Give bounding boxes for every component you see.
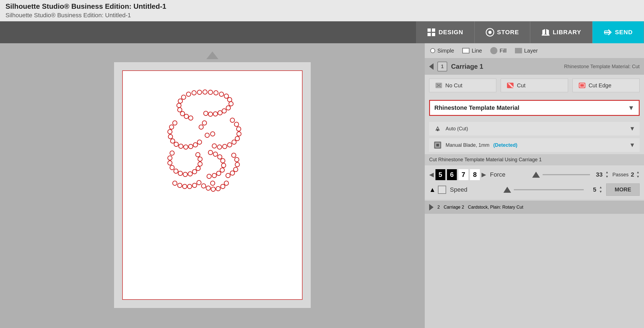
no-cut-btn[interactable]: No Cut bbox=[429, 79, 496, 92]
cut-label: Cut bbox=[517, 82, 525, 89]
auto-cut-arrow[interactable]: ▼ bbox=[629, 125, 635, 132]
blade-num-7: 7 bbox=[458, 169, 468, 180]
carriage1-material-info: Rhinestone Template Material: Cut bbox=[564, 64, 640, 70]
svg-rect-2 bbox=[428, 33, 431, 36]
passes-value: 2 bbox=[631, 171, 634, 178]
layer-tab-label: Layer bbox=[524, 48, 538, 54]
force-step-arrows[interactable]: ▲ ▼ bbox=[605, 170, 609, 179]
svg-point-80 bbox=[187, 184, 192, 189]
svg-point-15 bbox=[224, 94, 229, 98]
svg-point-48 bbox=[237, 132, 241, 136]
more-button[interactable]: MORE bbox=[606, 183, 640, 196]
carriage2-expand-arrow[interactable] bbox=[429, 204, 434, 211]
force-slider-track[interactable] bbox=[543, 174, 590, 175]
svg-point-43 bbox=[210, 132, 215, 136]
svg-point-87 bbox=[221, 184, 225, 189]
svg-point-95 bbox=[202, 121, 207, 125]
tab-layer[interactable]: Layer bbox=[515, 48, 538, 54]
svg-point-14 bbox=[219, 92, 224, 96]
svg-point-91 bbox=[235, 162, 240, 167]
svg-point-67 bbox=[196, 153, 200, 157]
svg-point-81 bbox=[192, 183, 197, 188]
store-nav-btn[interactable]: STORE bbox=[475, 21, 530, 43]
send-nav-btn[interactable]: SEND bbox=[592, 21, 644, 43]
line-tab-label: Line bbox=[472, 48, 482, 54]
svg-point-65 bbox=[198, 162, 202, 166]
svg-point-28 bbox=[178, 108, 182, 112]
svg-rect-1 bbox=[432, 28, 435, 32]
carriage2-material-info: Cardstock, Plain: Rotary Cut bbox=[468, 205, 523, 210]
speed-slider-track[interactable] bbox=[514, 189, 584, 190]
carriage1-number: 1 bbox=[437, 62, 447, 71]
svg-point-62 bbox=[188, 172, 192, 176]
rhinestone-design bbox=[139, 85, 287, 238]
no-cut-label: No Cut bbox=[445, 82, 462, 89]
blade-left-arrow[interactable]: ◀ bbox=[429, 171, 434, 178]
auto-cut-icon bbox=[434, 125, 442, 133]
speed-slider-triangle bbox=[503, 187, 511, 193]
library-nav-btn[interactable]: LIBRARY bbox=[530, 21, 592, 43]
design-nav-btn[interactable]: DESIGN bbox=[416, 21, 474, 43]
svg-point-19 bbox=[222, 109, 226, 113]
svg-point-88 bbox=[224, 181, 229, 185]
tab-line[interactable]: Line bbox=[462, 48, 482, 54]
svg-point-84 bbox=[206, 186, 210, 190]
svg-point-29 bbox=[180, 111, 185, 116]
material-dropdown-value: Rhinestone Template Material bbox=[434, 104, 519, 111]
svg-point-10 bbox=[197, 90, 202, 94]
svg-point-18 bbox=[226, 106, 230, 110]
passes-step-arrows[interactable]: ▲ ▼ bbox=[636, 170, 640, 179]
tab-fill[interactable]: Fill bbox=[490, 47, 507, 54]
store-label: STORE bbox=[497, 29, 519, 36]
svg-point-72 bbox=[221, 163, 226, 168]
manual-blade-icon bbox=[434, 141, 442, 149]
svg-point-45 bbox=[230, 118, 235, 122]
cut-settings-bar: Cut Rhinestone Template Material Using C… bbox=[425, 154, 644, 165]
speed-value: 5 bbox=[586, 186, 596, 193]
svg-point-57 bbox=[168, 161, 172, 165]
cut-icon bbox=[506, 82, 514, 89]
svg-point-11 bbox=[203, 90, 207, 94]
blade-num-display: ◀ 5 6 7 8 ▶ bbox=[429, 169, 486, 180]
speed-icons: ▲ bbox=[429, 186, 446, 194]
cut-edge-icon bbox=[578, 82, 586, 89]
svg-point-26 bbox=[178, 99, 183, 103]
svg-point-54 bbox=[212, 144, 216, 148]
passes-section: Passes 2 ▲ ▼ bbox=[612, 170, 640, 179]
svg-point-63 bbox=[192, 169, 197, 174]
send-label: SEND bbox=[615, 29, 633, 36]
manual-blade-arrow[interactable]: ▼ bbox=[629, 142, 635, 149]
svg-point-69 bbox=[213, 152, 218, 156]
svg-point-41 bbox=[193, 143, 198, 147]
blade-right-arrow[interactable]: ▶ bbox=[481, 171, 486, 178]
grid-icon bbox=[427, 28, 436, 37]
force-slider-triangle bbox=[532, 172, 540, 178]
carriage1-collapse-arrow[interactable] bbox=[429, 63, 434, 70]
material-dropdown[interactable]: Rhinestone Template Material ▼ bbox=[429, 100, 640, 116]
scroll-up-arrow[interactable] bbox=[206, 51, 218, 59]
svg-point-89 bbox=[232, 153, 236, 157]
cut-edge-label: Cut Edge bbox=[589, 82, 611, 89]
material-selector: Rhinestone Template Material ▼ bbox=[425, 96, 644, 120]
cut-edge-btn[interactable]: Cut Edge bbox=[572, 79, 640, 92]
tab-simple[interactable]: Simple bbox=[430, 48, 454, 54]
blade-num-5: 5 bbox=[435, 169, 445, 180]
svg-point-46 bbox=[234, 122, 239, 126]
svg-point-76 bbox=[207, 174, 211, 179]
speed-step-arrows[interactable]: ▲ ▼ bbox=[599, 185, 602, 194]
carriage2-title: Carriage 2 bbox=[444, 205, 464, 210]
simple-tab-label: Simple bbox=[437, 48, 454, 54]
cut-btn[interactable]: Cut bbox=[501, 79, 568, 92]
fill-tab-label: Fill bbox=[500, 48, 507, 54]
svg-point-74 bbox=[216, 171, 221, 175]
svg-point-49 bbox=[235, 136, 240, 141]
right-panel: Simple Line Fill Layer 1 Carriage 1 Rhin… bbox=[425, 43, 644, 328]
svg-rect-0 bbox=[428, 28, 431, 32]
svg-point-16 bbox=[227, 97, 232, 102]
svg-point-52 bbox=[223, 144, 227, 149]
force-value: 33 bbox=[593, 171, 603, 178]
svg-point-51 bbox=[227, 143, 232, 147]
detected-label: (Detected) bbox=[493, 142, 517, 148]
svg-point-104 bbox=[437, 129, 439, 131]
svg-point-37 bbox=[174, 142, 178, 146]
